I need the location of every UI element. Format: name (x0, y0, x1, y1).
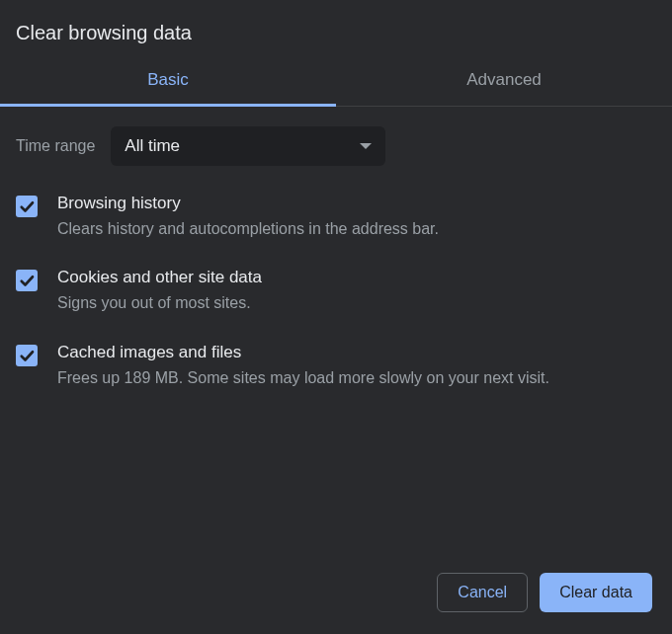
checkbox-cache[interactable] (16, 345, 38, 366)
option-desc-browsing-history: Clears history and autocompletions in th… (57, 218, 656, 240)
clear-data-button[interactable]: Clear data (540, 573, 652, 612)
tab-basic[interactable]: Basic (0, 54, 336, 107)
option-desc-cookies: Signs you out of most sites. (57, 292, 656, 314)
check-icon (18, 347, 36, 364)
check-icon (18, 198, 36, 215)
option-text: Cached images and files Frees up 189 MB.… (57, 343, 656, 389)
option-text: Cookies and other site data Signs you ou… (57, 268, 656, 314)
time-range-value: All time (125, 136, 180, 156)
checkbox-cookies[interactable] (16, 270, 38, 291)
tab-advanced-label: Advanced (466, 70, 542, 89)
cancel-button-label: Cancel (458, 584, 507, 600)
tab-advanced[interactable]: Advanced (336, 54, 672, 107)
checkbox-browsing-history[interactable] (16, 196, 38, 217)
dialog-footer: Cancel Clear data (0, 555, 672, 634)
time-range-row: Time range All time (16, 126, 656, 166)
option-title-browsing-history: Browsing history (57, 194, 656, 213)
dialog-content: Time range All time Browsing history Cle… (0, 107, 672, 555)
option-cookies: Cookies and other site data Signs you ou… (16, 268, 656, 314)
clear-browsing-data-dialog: Clear browsing data Basic Advanced Time … (0, 0, 672, 634)
option-cache: Cached images and files Frees up 189 MB.… (16, 343, 656, 389)
tab-basic-label: Basic (147, 70, 189, 89)
option-title-cache: Cached images and files (57, 343, 656, 362)
time-range-label: Time range (16, 137, 95, 155)
chevron-down-icon (360, 143, 372, 149)
cancel-button[interactable]: Cancel (437, 573, 528, 612)
option-browsing-history: Browsing history Clears history and auto… (16, 194, 656, 240)
check-icon (18, 272, 36, 289)
option-desc-cache: Frees up 189 MB. Some sites may load mor… (57, 367, 656, 389)
clear-data-button-label: Clear data (559, 584, 632, 600)
option-text: Browsing history Clears history and auto… (57, 194, 656, 240)
option-title-cookies: Cookies and other site data (57, 268, 656, 287)
tab-bar: Basic Advanced (0, 54, 672, 107)
dialog-title: Clear browsing data (0, 0, 672, 54)
time-range-select[interactable]: All time (111, 126, 385, 166)
